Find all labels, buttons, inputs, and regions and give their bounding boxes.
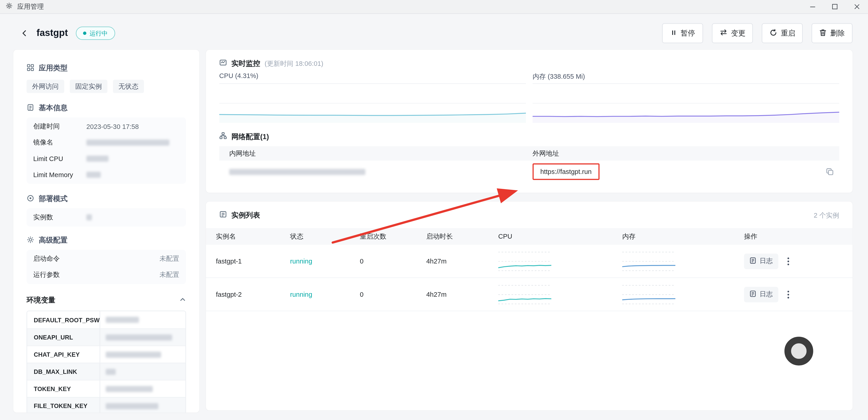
trash-icon bbox=[819, 29, 827, 38]
section-app-type: 应用类型 bbox=[27, 63, 186, 73]
delete-button[interactable]: 删除 bbox=[811, 23, 852, 43]
info-row-image: 镜像名 bbox=[33, 134, 179, 151]
env-vars-toggle[interactable]: 环境变量 bbox=[27, 295, 186, 305]
env-row: DB_MAX_LINK bbox=[27, 363, 185, 380]
tag-stateless: 无状态 bbox=[113, 80, 144, 93]
logs-label: 日志 bbox=[760, 257, 773, 266]
instance-cpu-chart bbox=[498, 283, 552, 306]
basic-info-block: 创建时间 2023-05-30 17:58 镜像名 Limit CPU Limi… bbox=[27, 117, 186, 184]
logs-button[interactable]: 日志 bbox=[744, 253, 778, 269]
info-row-created: 创建时间 2023-05-30 17:58 bbox=[33, 119, 179, 134]
pause-icon bbox=[670, 29, 677, 37]
col-internal-address: 内网地址 bbox=[219, 149, 529, 158]
instances-table-header: 实例名 状态 重启次数 启动时长 CPU 内存 操作 bbox=[206, 228, 852, 245]
instance-status: running bbox=[280, 245, 350, 277]
tag-external-access: 外网访问 bbox=[27, 80, 64, 93]
grid-icon bbox=[27, 63, 34, 73]
section-basic-info: 基本信息 bbox=[27, 103, 186, 113]
section-title: 应用类型 bbox=[39, 63, 67, 73]
advanced-block: 启动命令 未配置 运行参数 未配置 bbox=[27, 250, 186, 284]
instance-row: fastgpt-1 running 0 4h27m 日志 bbox=[206, 245, 852, 278]
monitor-card: 实时监控 (更新时间 18:06:01) CPU (4.31%) 内存 (338… bbox=[206, 50, 852, 193]
monitor-title: 实时监控 bbox=[231, 59, 260, 69]
env-row: ONEAPI_URL bbox=[27, 328, 185, 346]
col-status: 状态 bbox=[280, 228, 350, 245]
monitor-header: 实时监控 (更新时间 18:06:01) bbox=[219, 59, 839, 69]
window-minimize-button[interactable] bbox=[802, 0, 824, 13]
blurred-value bbox=[106, 352, 161, 358]
header-actions: 暂停 变更 重启 删除 bbox=[662, 23, 852, 43]
log-file-icon bbox=[749, 257, 756, 266]
app-gear-icon bbox=[5, 2, 13, 11]
info-row-instance-count: 实例数 bbox=[33, 209, 179, 225]
memory-chart-panel: 内存 (338.655 Mi) bbox=[532, 72, 839, 123]
col-uptime: 启动时长 bbox=[416, 228, 488, 245]
network-table: 内网地址 外网地址 https://fastgpt.run bbox=[219, 146, 839, 183]
status-dot-icon bbox=[83, 32, 86, 35]
instance-memory-chart bbox=[622, 283, 675, 306]
window-close-button[interactable] bbox=[846, 0, 868, 13]
main-content: 实时监控 (更新时间 18:06:01) CPU (4.31%) 内存 (338… bbox=[206, 50, 852, 410]
instance-memory-chart bbox=[622, 249, 675, 273]
network-icon bbox=[219, 132, 227, 142]
created-time-value: 2023-05-30 17:58 bbox=[86, 123, 139, 130]
logs-button[interactable]: 日志 bbox=[744, 287, 778, 302]
kebab-menu-icon[interactable] bbox=[787, 257, 789, 266]
change-button[interactable]: 变更 bbox=[712, 23, 753, 43]
info-row-limit-cpu: Limit CPU bbox=[33, 151, 179, 167]
section-title: 基本信息 bbox=[39, 103, 67, 113]
copy-icon[interactable] bbox=[826, 168, 834, 176]
pause-button[interactable]: 暂停 bbox=[662, 23, 703, 43]
env-row: TOKEN_KEY bbox=[27, 380, 185, 397]
env-vars-table: DEFAULT_ROOT_PSW ONEAPI_URL CHAT_API_KEY… bbox=[27, 311, 186, 413]
env-row: CHAT_API_KEY bbox=[27, 346, 185, 363]
instance-row: fastgpt-2 running 0 4h27m 日志 bbox=[206, 278, 852, 311]
back-button[interactable] bbox=[19, 28, 30, 39]
env-row: FILE_TOKEN_KEY bbox=[27, 397, 185, 413]
env-vars-title: 环境变量 bbox=[27, 295, 55, 305]
network-row: https://fastgpt.run bbox=[219, 160, 839, 183]
blurred-value bbox=[86, 156, 108, 162]
col-instance-name: 实例名 bbox=[206, 228, 280, 245]
status-badge: 运行中 bbox=[76, 27, 115, 40]
col-cpu: CPU bbox=[488, 228, 612, 245]
instance-status: running bbox=[280, 278, 350, 310]
memory-chart-label: 内存 (338.655 Mi) bbox=[532, 72, 839, 82]
col-external-address: 外网地址 bbox=[529, 149, 839, 158]
sidebar: 应用类型 外网访问 固定实例 无状态 基本信息 创建时间 2023-05-30 … bbox=[13, 50, 199, 413]
blurred-internal-address bbox=[229, 169, 365, 175]
section-advanced: 高级配置 bbox=[27, 235, 186, 245]
section-title: 高级配置 bbox=[39, 235, 67, 245]
kebab-menu-icon[interactable] bbox=[787, 290, 789, 299]
target-icon bbox=[27, 194, 34, 204]
instance-name: fastgpt-2 bbox=[206, 278, 280, 310]
pause-label: 暂停 bbox=[681, 28, 695, 38]
gear-icon bbox=[27, 236, 34, 245]
restart-button[interactable]: 重启 bbox=[762, 23, 803, 43]
env-row: DEFAULT_ROOT_PSW bbox=[27, 311, 185, 328]
status-label: 运行中 bbox=[90, 29, 108, 37]
app-type-tags: 外网访问 固定实例 无状态 bbox=[27, 80, 186, 93]
instances-card: 实例列表 2 个实例 实例名 状态 重启次数 启动时长 CPU 内存 操作 fa… bbox=[206, 202, 852, 410]
window-maximize-button[interactable] bbox=[824, 0, 846, 13]
monitor-update-time: (更新时间 18:06:01) bbox=[265, 59, 323, 68]
swap-arrows-icon bbox=[719, 29, 727, 37]
instance-restarts: 0 bbox=[350, 278, 416, 310]
monitor-icon bbox=[219, 59, 227, 69]
blurred-value bbox=[86, 214, 92, 220]
not-configured-value: 未配置 bbox=[159, 270, 179, 280]
monitor-charts: CPU (4.31%) 内存 (338.655 Mi) bbox=[219, 72, 839, 123]
delete-label: 删除 bbox=[831, 28, 845, 38]
page-header: fastgpt 运行中 暂停 变更 重启 删除 bbox=[19, 22, 852, 44]
instances-header: 实例列表 2 个实例 bbox=[206, 210, 852, 220]
blurred-value bbox=[106, 386, 153, 392]
network-table-header: 内网地址 外网地址 bbox=[219, 146, 839, 160]
instance-uptime: 4h27m bbox=[416, 278, 488, 310]
external-url[interactable]: https://fastgpt.run bbox=[532, 163, 599, 180]
cpu-chart-panel: CPU (4.31%) bbox=[219, 72, 526, 123]
instance-name: fastgpt-1 bbox=[206, 245, 280, 277]
blurred-value bbox=[106, 368, 116, 374]
network-header: 网络配置(1) bbox=[219, 132, 839, 142]
blurred-value bbox=[86, 140, 169, 146]
instance-uptime: 4h27m bbox=[416, 245, 488, 277]
